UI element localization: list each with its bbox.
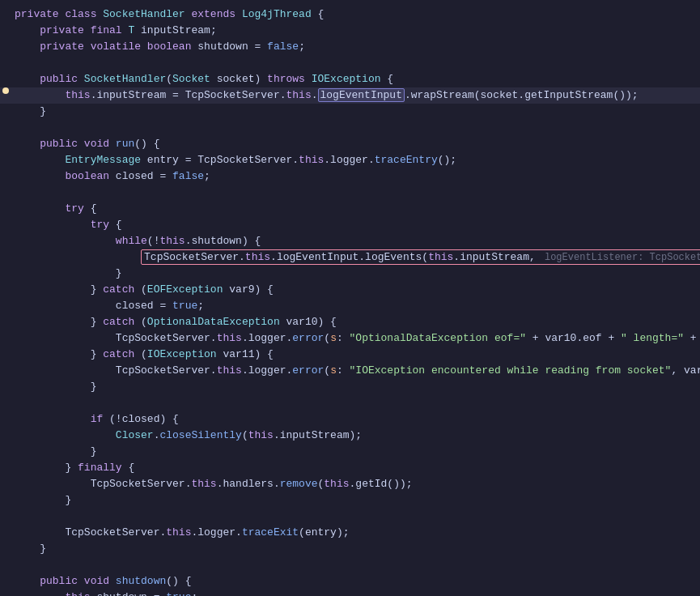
red-box-logevents: TcpSocketServer.this.logEventInput.logEv… (141, 249, 700, 265)
text: { (387, 73, 393, 85)
code-line-20: } catch (OptionalDataException var10) { (0, 314, 700, 330)
keyword: true (166, 591, 191, 596)
text: } (65, 462, 78, 474)
keyword: private (40, 24, 90, 36)
line-content-4 (11, 55, 700, 71)
type-name: Socket (172, 73, 217, 85)
code-line-1: private class SocketHandler extends Log4… (0, 6, 700, 23)
text: var9) { (229, 283, 274, 296)
code-line-18: } catch (EOFException var9) { (0, 282, 700, 298)
line-content-23: TcpSocketServer.this.logger.error(s: "IO… (11, 363, 700, 379)
text: : (337, 332, 350, 344)
line-content-10: EntryMessage entry = TcpSocketServer.thi… (11, 152, 700, 168)
type-name: IOException (147, 348, 223, 360)
text: .logEventInput.logEvents( (270, 251, 428, 263)
line-content-12 (11, 185, 700, 201)
line-content-14: try { (11, 217, 700, 233)
line-content-26: if (!closed) { (11, 411, 700, 428)
code-line-35 (0, 557, 700, 573)
text: } (91, 445, 97, 458)
method-name: remove (280, 478, 318, 490)
keyword: while (116, 235, 147, 247)
line-content-8 (11, 120, 700, 136)
text: TcpSocketServer. (65, 526, 166, 539)
line-content-24: } (11, 379, 700, 395)
code-line-28: } (0, 444, 700, 460)
line-content-2: private final T inputStream; (11, 23, 700, 39)
line-content-33: TcpSocketServer.this.logger.traceExit(en… (11, 525, 700, 541)
text: ( (166, 73, 172, 85)
keyword: try (91, 219, 116, 231)
breakpoint-dot[interactable] (2, 87, 9, 94)
line-content-31: } (11, 492, 700, 509)
type-name: OptionalDataException (147, 316, 286, 328)
text: ; (197, 300, 204, 312)
highlight-logEventInput: logEventInput (318, 88, 405, 102)
line-content-3: private volatile boolean shutdown = fals… (11, 39, 700, 55)
text: } (91, 348, 104, 360)
keyword: public (40, 575, 84, 587)
text: ( (141, 348, 147, 360)
punct: ; (299, 40, 305, 53)
keyword-this: this (159, 235, 185, 247)
keyword-this: this (299, 154, 324, 166)
text: .inputStream, (453, 251, 535, 263)
code-line-34: } (0, 541, 700, 557)
text: { (91, 202, 97, 215)
text: ( (324, 364, 330, 377)
code-line-12 (0, 185, 700, 201)
text: TcpSocketServer. (144, 251, 245, 263)
code-line-17: } (0, 266, 700, 282)
text: ( (324, 332, 330, 344)
string-literal: "OptionalDataException eof=" (350, 332, 526, 344)
line-content-32 (11, 509, 700, 525)
code-line-30: TcpSocketServer.this.handlers.remove(thi… (0, 476, 700, 492)
text: TcpSocketServer. (116, 364, 217, 377)
type-name: EntryMessage (65, 154, 146, 166)
text: } (116, 267, 122, 279)
type-name: Closer (116, 429, 154, 441)
keyword: private (15, 8, 65, 20)
inline-hint-text: logEventListener: TcpSocketServer.this (539, 252, 700, 263)
line-content-7: } (11, 104, 700, 120)
text: .logger. (191, 526, 241, 539)
line-content-34: } (11, 541, 700, 557)
line-content-19: closed = true; (11, 298, 700, 314)
line-content-35 (11, 557, 700, 573)
keyword: private (40, 40, 90, 53)
line-content-27: Closer.closeSilently(this.inputStream); (11, 428, 700, 444)
text: var10) { (286, 316, 337, 328)
keyword: void (84, 575, 116, 587)
keyword: volatile (91, 40, 147, 53)
string-literal: "IOException encountered while reading f… (350, 364, 672, 377)
code-line-19: closed = true; (0, 298, 700, 314)
code-line-25 (0, 395, 700, 411)
text: () { (134, 138, 159, 150)
line-content-29: } finally { (11, 460, 700, 476)
text: (!closed) { (109, 413, 179, 425)
method-name: closeSilently (159, 429, 241, 441)
text: + var10.length, var10); (684, 332, 700, 344)
line-content-15: while(!this.shutdown) { (11, 233, 700, 249)
code-line-4 (0, 55, 700, 71)
type-name: SocketHandler (84, 73, 166, 85)
type-name: SocketHandler (103, 8, 191, 20)
text: } (65, 494, 71, 506)
code-line-37: this.shutdown = true; (0, 590, 700, 596)
code-line-15: while(!this.shutdown) { (0, 233, 700, 249)
text: : (337, 364, 350, 377)
keyword-this: this (286, 89, 311, 101)
code-line-32 (0, 509, 700, 525)
string-literal: " length=" (621, 332, 684, 344)
text: .getId()); (350, 478, 413, 490)
keyword: boolean (65, 170, 115, 182)
line-content-9: public void run() { (11, 136, 700, 152)
keyword-this: this (191, 478, 216, 490)
keyword: void (84, 138, 116, 150)
param-hint: s (330, 332, 337, 344)
text: ; (191, 591, 197, 596)
code-line-8 (0, 120, 700, 136)
keyword-this: this (217, 332, 242, 344)
text: var11) { (223, 348, 273, 360)
keyword-this: this (324, 478, 349, 490)
